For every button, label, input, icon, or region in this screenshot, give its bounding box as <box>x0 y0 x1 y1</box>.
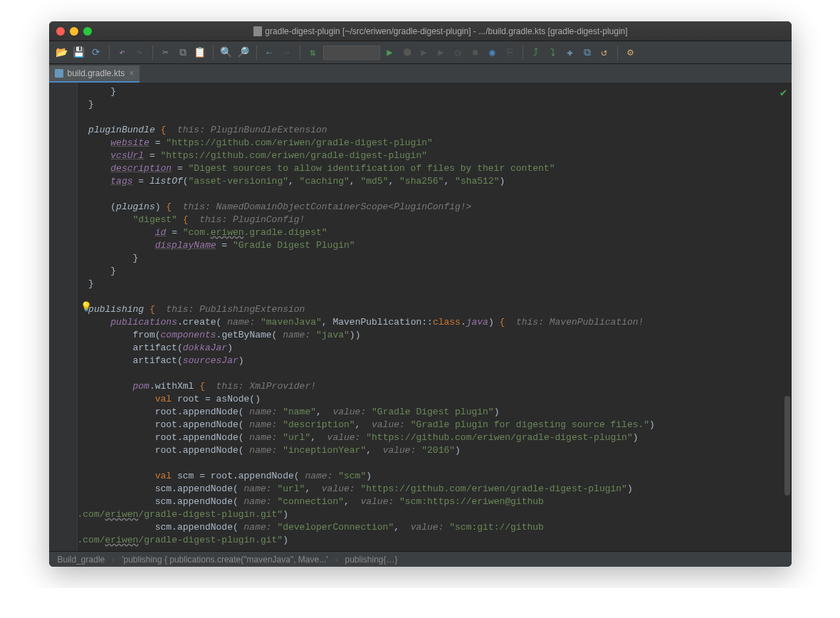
minimize-button[interactable] <box>70 27 78 36</box>
sort-icon[interactable]: ⇅ <box>306 46 320 60</box>
window-controls <box>56 27 92 36</box>
coverage-icon[interactable]: ▶ <box>417 46 431 60</box>
intention-bulb-icon[interactable]: 💡 <box>80 301 90 311</box>
maximize-button[interactable] <box>83 27 92 36</box>
run-config-select[interactable] <box>323 46 380 60</box>
breadcrumb-item[interactable]: publishing{…} <box>345 555 397 565</box>
analysis-ok-icon[interactable]: ✔ <box>780 85 787 100</box>
tab-bar: build.gradle.kts × <box>49 64 792 83</box>
refresh-icon[interactable]: ⟳ <box>89 46 103 60</box>
paste-icon[interactable]: 📋 <box>193 46 207 60</box>
chevron-icon: › <box>335 555 337 565</box>
gradle-file-icon <box>55 69 63 78</box>
close-icon[interactable]: × <box>129 68 134 78</box>
tab-label: build.gradle.kts <box>68 68 125 78</box>
back-icon[interactable]: ← <box>263 46 277 60</box>
browser-icon[interactable]: ◉ <box>485 46 500 60</box>
pull-icon[interactable]: ⤵ <box>546 46 560 60</box>
save-icon[interactable]: 💾 <box>72 46 86 60</box>
code-area[interactable]: } } pluginBundle { this: PluginBundleExt… <box>78 83 792 551</box>
history-icon[interactable]: ⧉ <box>580 46 594 60</box>
find-path-icon[interactable]: 🔎 <box>236 46 251 60</box>
vcs-icon[interactable]: ⤴ <box>529 46 543 60</box>
scrollbar[interactable] <box>784 396 790 496</box>
profile-icon[interactable]: ▶ <box>434 46 448 60</box>
chevron-icon: › <box>112 555 115 565</box>
stop-icon[interactable]: ■ <box>468 46 483 60</box>
file-icon <box>253 26 262 36</box>
push-icon[interactable]: ✚ <box>563 46 577 60</box>
breadcrumb[interactable]: Build_gradle › 'publishing { publication… <box>49 551 792 567</box>
run-icon[interactable]: ▶ <box>383 46 397 60</box>
close-button[interactable] <box>56 27 65 36</box>
editor[interactable]: ✔ 💡 } } pluginBundle { this: PluginBundl… <box>49 83 792 551</box>
tab-build-gradle[interactable]: build.gradle.kts × <box>49 66 140 83</box>
breadcrumb-item[interactable]: Build_gradle <box>58 555 105 565</box>
gutter[interactable] <box>49 83 78 551</box>
toolbar: 📂 💾 ⟳ ↶ ↷ ✂ ⧉ 📋 🔍 🔎 ← → ⇅ ▶ ⬢ ▶ ▶ ◷ ■ ◉ … <box>49 41 792 64</box>
window-title: gradle-digest-plugin [~/src/eriwen/gradl… <box>98 26 784 36</box>
titlebar[interactable]: gradle-digest-plugin [~/src/eriwen/gradl… <box>49 21 792 41</box>
breadcrumb-item[interactable]: 'publishing { publications.create("maven… <box>122 555 327 565</box>
find-icon[interactable]: 🔍 <box>219 46 233 60</box>
open-icon[interactable]: 📂 <box>55 46 69 60</box>
settings-icon[interactable]: ⚙ <box>624 46 638 60</box>
redo-icon[interactable]: ↷ <box>132 46 147 60</box>
debug-icon[interactable]: ⬢ <box>400 46 414 60</box>
commit-icon[interactable]: ⎘ <box>503 46 517 60</box>
cut-icon[interactable]: ✂ <box>159 46 173 60</box>
undo-icon[interactable]: ↶ <box>115 46 130 60</box>
copy-icon[interactable]: ⧉ <box>176 46 190 60</box>
clock-icon[interactable]: ◷ <box>451 46 466 60</box>
revert-icon[interactable]: ↺ <box>597 46 611 60</box>
forward-icon[interactable]: → <box>280 46 294 60</box>
